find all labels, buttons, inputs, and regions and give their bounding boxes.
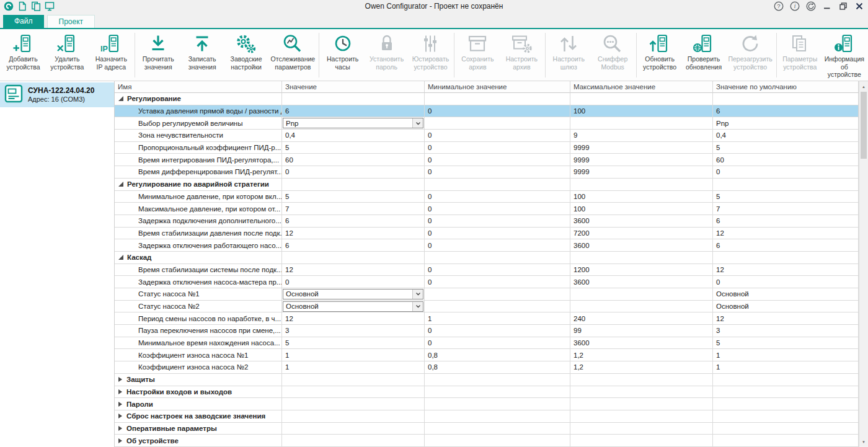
parameter-row[interactable]: Минимальное давление, при котором вкл...… — [115, 191, 859, 203]
group-name-cell[interactable]: Оперативные параметры — [115, 423, 282, 435]
group-name-cell[interactable]: Защиты — [115, 374, 282, 386]
check-updates-button[interactable]: Проверить обновления — [682, 30, 726, 71]
scroll-thumb[interactable] — [861, 92, 867, 159]
param-value-cell[interactable]: 12 — [282, 264, 425, 277]
minimize-icon[interactable] — [822, 1, 832, 11]
parameter-row[interactable]: Коэффициент износа насоса №110,81,21 — [115, 349, 859, 361]
update-device-button[interactable]: Обновить устройство — [638, 30, 682, 71]
param-value-cell[interactable]: 6 — [282, 239, 425, 252]
clock-button[interactable]: Настроить часы — [321, 30, 365, 71]
dropdown-arrow-icon[interactable] — [412, 118, 423, 128]
expand-group-icon[interactable] — [118, 377, 122, 382]
vertical-scrollbar[interactable]: ▲ ▼ — [859, 81, 868, 447]
group-name-cell[interactable]: Каскад — [115, 252, 282, 264]
parameter-row[interactable]: Коэффициент износа насоса №210,81,21 — [115, 361, 859, 374]
group-row[interactable]: Пароли — [115, 398, 859, 410]
param-value-cell[interactable]: 12 — [282, 228, 425, 240]
parameter-row[interactable]: Задержка отключения работающего насо...6… — [115, 239, 859, 252]
maximize-icon[interactable] — [838, 1, 848, 11]
param-value-cell[interactable]: Pnp — [282, 117, 425, 130]
factory-settings-button[interactable]: Заводские настройки — [224, 30, 268, 71]
read-values-button[interactable]: Прочитать значения — [136, 30, 180, 71]
group-row[interactable]: Регулирование — [115, 93, 859, 105]
parameter-row[interactable]: Статус насоса №2ОсновнойОсновной — [115, 301, 859, 313]
close-icon[interactable] — [854, 1, 864, 11]
device-list-item[interactable]: СУНА-122.24.04.20 Адрес: 16 (COM3) — [0, 82, 114, 107]
group-row[interactable]: Сброс настроек на заводские значения — [115, 410, 859, 423]
param-value-cell[interactable]: 12 — [282, 312, 425, 325]
parameter-row[interactable]: Зона нечувствительности0,4090,4 — [115, 130, 859, 142]
track-parameters-button[interactable]: Отслеживание параметров — [268, 30, 318, 71]
parameter-row[interactable]: Выбор регулируемой величиныPnpPnp — [115, 117, 859, 130]
group-name-cell[interactable]: Настройки входов и выходов — [115, 386, 282, 399]
group-row[interactable]: Оперативные параметры — [115, 423, 859, 435]
parameter-row[interactable]: Задержка отключения насоса-мастера пр...… — [115, 276, 859, 288]
group-name-cell[interactable]: Об устройстве — [115, 435, 282, 447]
device-info-button[interactable]: Информация об устройстве — [822, 30, 867, 79]
collapse-group-icon[interactable] — [118, 182, 123, 187]
param-value-cell[interactable]: Основной — [282, 301, 425, 313]
parameter-row[interactable]: Пропорциональный коэффициент ПИД-р...509… — [115, 142, 859, 154]
collapse-group-icon[interactable] — [118, 96, 123, 101]
save-project-icon[interactable] — [45, 1, 55, 11]
param-value-cell[interactable]: 0 — [282, 166, 425, 179]
parameter-row[interactable]: Время стабилизации давления после подк..… — [115, 228, 859, 240]
param-value-cell[interactable]: Основной — [282, 288, 425, 301]
dropdown-arrow-icon[interactable] — [412, 290, 423, 299]
group-row[interactable]: Об устройстве — [115, 435, 859, 447]
column-header-value[interactable]: Значение — [282, 81, 425, 93]
param-value-cell[interactable]: 6 — [282, 215, 425, 228]
collapse-group-icon[interactable] — [118, 255, 123, 260]
group-name-cell[interactable]: Пароли — [115, 398, 282, 410]
column-header-min[interactable]: Минимальное значение — [425, 81, 570, 93]
remove-device-button[interactable]: Удалить устройства — [45, 30, 89, 71]
column-header-name[interactable]: Имя — [115, 81, 282, 93]
param-value-cell[interactable]: 0 — [282, 276, 425, 288]
expand-group-icon[interactable] — [118, 389, 122, 394]
open-project-icon[interactable] — [31, 1, 41, 11]
parameter-row[interactable]: Время стабилизации системы после подк...… — [115, 264, 859, 277]
scroll-down-icon[interactable]: ▼ — [859, 437, 868, 446]
column-header-max[interactable]: Максимальное значение — [570, 81, 713, 93]
new-project-icon[interactable] — [17, 1, 27, 11]
scroll-up-icon[interactable]: ▲ — [859, 82, 868, 91]
group-row[interactable]: Защиты — [115, 374, 859, 386]
parameter-row[interactable]: Статус насоса №1ОсновнойОсновной — [115, 288, 859, 301]
parameter-row[interactable]: Время дифференцирования ПИД-регулят...00… — [115, 166, 859, 179]
value-dropdown[interactable]: Pnp — [283, 118, 423, 128]
tab-file[interactable]: Файл — [3, 15, 44, 28]
group-name-cell[interactable]: Регулирование — [115, 93, 282, 105]
parameter-row[interactable]: Уставка давления прямой воды / разности … — [115, 105, 859, 118]
parameter-row[interactable]: Пауза переключения насосов при смене,...… — [115, 325, 859, 337]
add-device-button[interactable]: Добавить устройства — [1, 30, 45, 71]
group-row[interactable]: Каскад — [115, 252, 859, 264]
param-value-cell[interactable]: 60 — [282, 154, 425, 166]
write-values-button[interactable]: Записать значения — [180, 30, 224, 71]
expand-group-icon[interactable] — [118, 438, 122, 443]
param-value-cell[interactable]: 5 — [282, 142, 425, 154]
group-name-cell[interactable]: Сброс настроек на заводские значения — [115, 410, 282, 423]
parameter-row[interactable]: Время интегрирования ПИД-регулятора,...6… — [115, 154, 859, 166]
param-value-cell[interactable]: 1 — [282, 349, 425, 361]
expand-group-icon[interactable] — [118, 402, 122, 407]
param-value-cell[interactable]: 5 — [282, 337, 425, 350]
group-name-cell[interactable]: Регулирование по аварийной стратегии — [115, 179, 282, 191]
column-header-default[interactable]: Значение по умолчанию — [713, 81, 859, 93]
param-value-cell[interactable]: 7 — [282, 203, 425, 215]
expand-group-icon[interactable] — [118, 426, 122, 431]
group-row[interactable]: Регулирование по аварийной стратегии — [115, 179, 859, 191]
parameter-row[interactable]: Задержка подключения дополнительного...6… — [115, 215, 859, 228]
param-value-cell[interactable]: 1 — [282, 361, 425, 374]
param-value-cell[interactable]: 5 — [282, 191, 425, 203]
help-icon[interactable]: ? — [774, 1, 784, 11]
value-dropdown[interactable]: Основной — [283, 301, 423, 312]
about-icon[interactable]: i — [790, 1, 800, 11]
param-value-cell[interactable]: 0,4 — [282, 130, 425, 142]
parameter-row[interactable]: Максимальное давление, при котором от...… — [115, 203, 859, 215]
param-value-cell[interactable]: 6 — [282, 105, 425, 118]
expand-group-icon[interactable] — [118, 414, 122, 418]
dropdown-arrow-icon[interactable] — [412, 302, 423, 311]
parameter-row[interactable]: Минимальное время нахождения насоса...50… — [115, 337, 859, 350]
tab-project[interactable]: Проект — [47, 15, 95, 28]
value-dropdown[interactable]: Основной — [283, 289, 423, 299]
